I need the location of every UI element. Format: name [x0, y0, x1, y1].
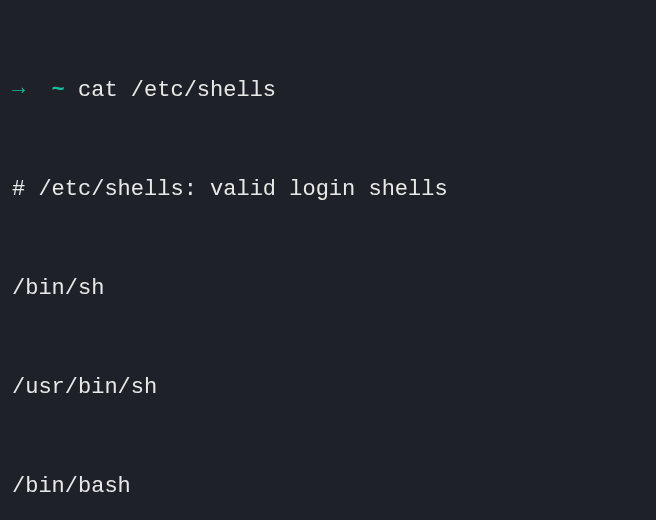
- output-comment: # /etc/shells: valid login shells: [12, 173, 644, 206]
- output-line: /bin/bash: [12, 470, 644, 503]
- prompt-line-1: → ~ cat /etc/shells: [12, 74, 644, 107]
- output-line: /bin/sh: [12, 272, 644, 305]
- command-text: cat /etc/shells: [78, 74, 276, 107]
- prompt-spacer: [65, 74, 78, 107]
- prompt-spacer: [25, 74, 51, 107]
- prompt-arrow-icon: →: [12, 74, 25, 107]
- prompt-cwd: ~: [52, 74, 65, 107]
- terminal-window[interactable]: → ~ cat /etc/shells # /etc/shells: valid…: [12, 8, 644, 520]
- output-line: /usr/bin/sh: [12, 371, 644, 404]
